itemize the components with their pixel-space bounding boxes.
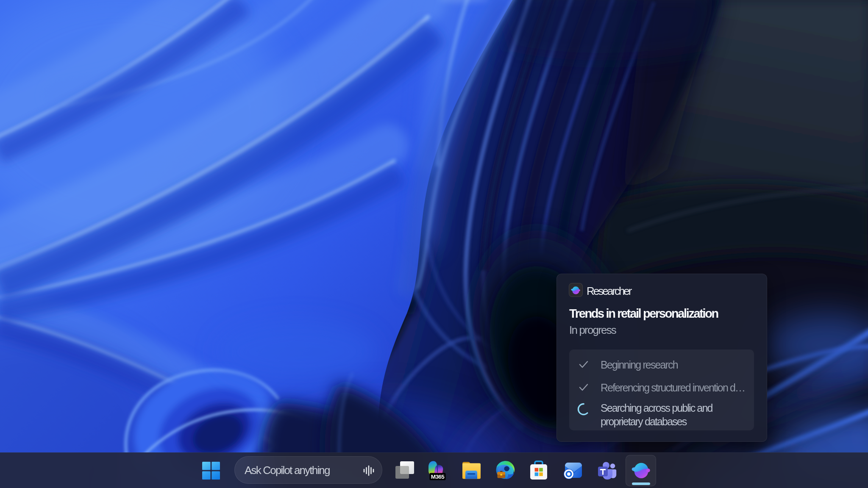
svg-text:M365: M365 bbox=[431, 474, 445, 480]
